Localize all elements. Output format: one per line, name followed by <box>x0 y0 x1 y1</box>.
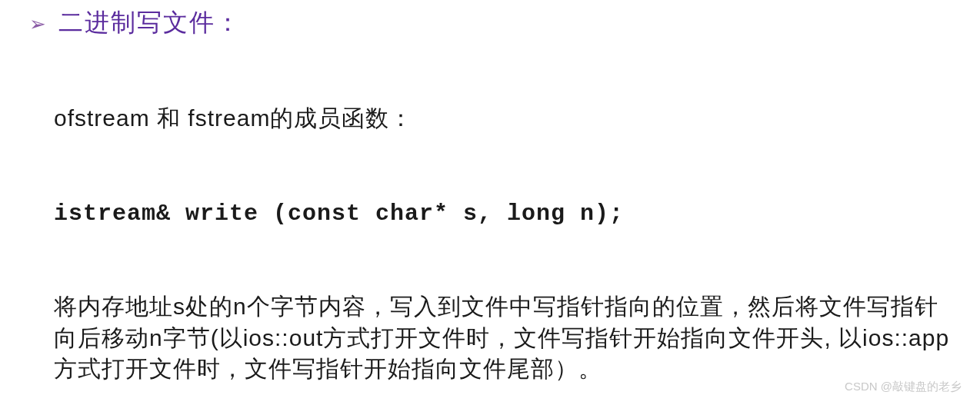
section-header: ➢ 二进制写文件： <box>0 6 980 40</box>
triangle-bullet-icon: ➢ <box>29 14 46 34</box>
csdn-watermark: CSDN @敲键盘的老乡 <box>845 380 962 394</box>
function-signature: istream& write (const char* s, long n); <box>54 201 957 227</box>
member-function-intro: ofstream 和 fstream的成员函数： <box>54 103 957 134</box>
content-body: ofstream 和 fstream的成员函数： istream& write … <box>0 103 980 385</box>
section-heading: 二进制写文件： <box>58 6 242 40</box>
function-description: 将内存地址s处的n个字节内容，写入到文件中写指针指向的位置，然后将文件写指针向后… <box>54 291 957 385</box>
